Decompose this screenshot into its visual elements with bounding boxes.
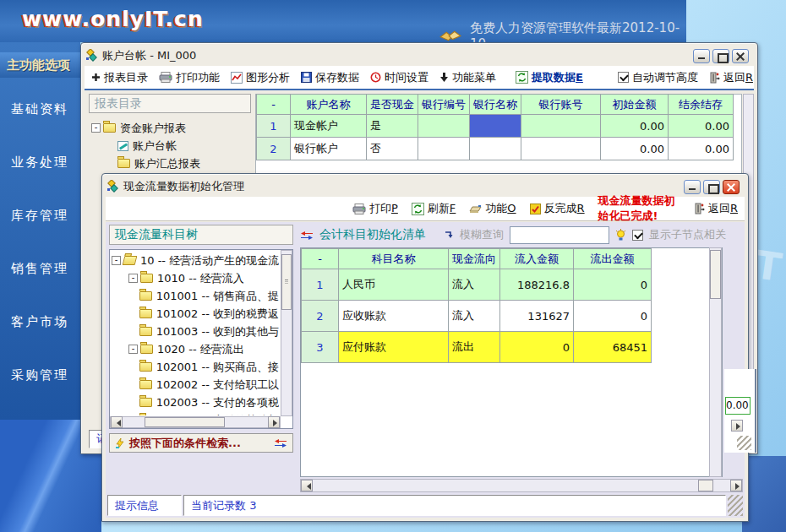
sidebar-item[interactable]: 销售管理: [0, 242, 80, 296]
folder-icon: [140, 274, 153, 283]
main-sidebar: 主功能选项 基础资料 业务处理 库存管理 销售管理 客户市场 采购管理: [0, 42, 80, 420]
refresh-icon: [412, 203, 424, 215]
tree-item[interactable]: 102002 -- 支付给职工以: [112, 376, 279, 394]
tree-item[interactable]: 101002 -- 收到的税费返: [112, 305, 279, 323]
return-button[interactable]: 返回R: [709, 70, 753, 85]
tree-expander-icon[interactable]: -: [128, 274, 138, 283]
time-settings-button[interactable]: 时间设置: [370, 70, 428, 85]
autofit-height-toggle[interactable]: 自动调节高度: [618, 70, 698, 85]
sidebar-item[interactable]: 客户市场: [0, 296, 80, 349]
grid-vertical-scrollbar[interactable]: [709, 247, 722, 477]
close-button[interactable]: [732, 49, 749, 63]
scroll-right-icon[interactable]: [730, 480, 742, 491]
fuzzy-search-input[interactable]: [510, 226, 609, 244]
folder-icon: [139, 380, 152, 389]
grid-horizontal-scrollbar[interactable]: [300, 479, 743, 492]
sidebar-item[interactable]: 库存管理: [0, 189, 80, 242]
tree-item-label: 101001 -- 销售商品、提: [156, 289, 279, 304]
tree-item[interactable]: 102003 -- 支付的各项税: [112, 394, 279, 411]
swap-icon[interactable]: [274, 438, 287, 448]
undo-complete-button[interactable]: 反完成R: [530, 201, 585, 216]
tree-item[interactable]: 账户台帐: [89, 137, 251, 155]
lightning-icon: [115, 437, 125, 449]
tree-item-label: 102004 -- 支付的其他与: [156, 413, 279, 416]
status-label: 提示信息: [107, 495, 182, 516]
refresh-button[interactable]: 刷新F: [412, 201, 456, 216]
folder-icon: [139, 398, 152, 407]
list-header-row: 会计科目初始化清单 模糊查询 显示子节点相关: [300, 225, 743, 245]
tree-item[interactable]: 101001 -- 销售商品、提: [112, 287, 279, 305]
table-row: 3 应付账款 流出 0 68451: [302, 332, 652, 363]
maximize-button[interactable]: [712, 49, 729, 63]
undo-complete-icon: [530, 204, 541, 214]
function-button[interactable]: 功能O: [469, 201, 516, 216]
scrollbar-thumb[interactable]: [698, 480, 713, 491]
sidebar-item[interactable]: 采购管理: [0, 349, 80, 402]
folder-icon: [140, 345, 153, 354]
refresh-icon: [516, 71, 528, 84]
window2-body: 现金流量科目树 - 10 -- 经营活动产生的现金流量 -: [106, 222, 745, 518]
tree-item[interactable]: - 1020 -- 经营流出: [112, 340, 279, 358]
return-icon: [709, 72, 720, 84]
selected-cell[interactable]: [470, 115, 521, 138]
tree-item[interactable]: 102004 -- 支付的其他与: [112, 411, 279, 415]
scroll-right-icon[interactable]: [268, 416, 280, 428]
lamp-icon[interactable]: [615, 229, 626, 242]
print-button[interactable]: 打印P: [352, 201, 398, 216]
scroll-left-icon[interactable]: [301, 480, 313, 491]
show-children-checkbox[interactable]: [632, 230, 643, 241]
sidebar-item[interactable]: 基础资料: [0, 83, 80, 136]
fuzzy-search-label: 模糊查询: [460, 227, 504, 242]
tree-item-label: 102001 -- 购买商品、接: [156, 360, 279, 375]
app-icon: [106, 180, 119, 193]
tree-vertical-scrollbar[interactable]: [281, 250, 292, 416]
swap-icon[interactable]: [300, 231, 314, 240]
save-data-button[interactable]: 保存数据: [301, 70, 359, 85]
save-icon: [301, 72, 312, 83]
close-button[interactable]: [723, 180, 740, 194]
printer-icon: [159, 72, 172, 83]
scrollbar-thumb[interactable]: [145, 417, 225, 427]
scrollbar-thumb[interactable]: [281, 254, 292, 310]
scrollbar-thumb[interactable]: [710, 250, 721, 299]
function-menu-button[interactable]: 功能菜单: [439, 70, 496, 85]
scroll-left-icon[interactable]: [111, 416, 123, 428]
tree-item[interactable]: 账户汇总报表: [89, 155, 251, 172]
tree-expander-icon[interactable]: -: [128, 345, 138, 354]
search-header-label: 按照下面的条件检索...: [129, 436, 241, 451]
chart-analysis-button[interactable]: 图形分析: [231, 70, 290, 85]
handshake-icon: [439, 29, 461, 43]
menu-icon: [439, 72, 449, 83]
folder-icon: [103, 123, 116, 133]
window1-title: 账户台帐 - MI_000: [102, 48, 196, 63]
tree-item-label: 10 -- 经营活动产生的现金流量: [140, 253, 279, 269]
scroll-right-icon[interactable]: [731, 420, 743, 432]
report-catalog-button[interactable]: 报表目录: [91, 70, 148, 85]
print-button[interactable]: 打印功能: [159, 70, 220, 85]
extract-data-button[interactable]: 提取数据E: [516, 70, 583, 85]
autofit-checkbox[interactable]: [618, 72, 629, 83]
tree-item[interactable]: - 10 -- 经营活动产生的现金流量: [112, 252, 279, 269]
tree-horizontal-scrollbar[interactable]: [110, 416, 281, 428]
sidebar-item[interactable]: 业务处理: [0, 136, 80, 189]
show-children-label: 显示子节点相关: [649, 227, 726, 242]
add-icon: [91, 73, 101, 82]
resize-grip[interactable]: [737, 436, 751, 450]
total-cell: 0.00: [725, 397, 751, 415]
minimize-button[interactable]: [693, 49, 710, 63]
maximize-button[interactable]: [703, 180, 720, 194]
window1-titlebar[interactable]: 账户台帐 - MI_000: [85, 46, 754, 65]
tree-expander-icon[interactable]: -: [112, 256, 121, 265]
window2-toolbar: 打印P 刷新F 功能O 反完成R 现金流量数据初始化已完成! 返回R: [106, 197, 745, 221]
printer-icon: [352, 204, 366, 214]
minimize-button[interactable]: [684, 180, 701, 194]
tree-item[interactable]: - 资金账户报表: [89, 119, 251, 137]
tree-item[interactable]: 101003 -- 收到的其他与: [112, 323, 279, 340]
return-button[interactable]: 返回R: [694, 201, 738, 216]
tree-expander-icon[interactable]: -: [91, 123, 101, 133]
resize-grip[interactable]: [728, 495, 743, 516]
subjects-table: - 科目名称 现金流向 流入金额 流出金额 1 人民币 流入 188216.8 …: [301, 248, 652, 363]
tree-item[interactable]: 102001 -- 购买商品、接: [112, 358, 279, 376]
tree-item-label: 账户汇总报表: [134, 156, 200, 171]
tree-item[interactable]: - 1010 -- 经营流入: [112, 269, 279, 287]
